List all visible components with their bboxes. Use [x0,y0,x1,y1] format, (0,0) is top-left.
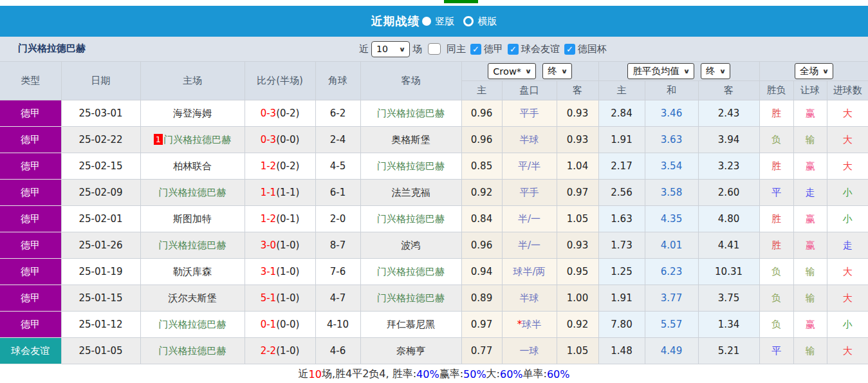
footer-text-segment: 单率: [523,368,547,381]
handicap-text: 一球 [520,345,539,357]
score-cell: 0-3(0-2) [245,100,315,127]
same-home-label: 同主 [447,43,466,55]
horizontal-layout-label[interactable]: 横版 [478,15,497,28]
result-goals-cell: 大 [827,100,868,127]
away-team-name: 门兴格拉德巴赫 [377,292,445,304]
home-team-cell: 门兴格拉德巴赫 [140,312,245,338]
avg-home-cell: 1.63 [598,206,645,232]
scope-select[interactable]: 全场∨ [795,63,833,79]
handicap-cell: 半球 [502,127,557,153]
odds-time-select-1[interactable]: 终∨ [542,63,572,79]
odds-time-select-2[interactable]: 终∨ [701,63,730,79]
col-header-home: 主场 [140,62,245,100]
league-label-cup: 德国杯 [578,43,607,55]
handicap-text: 半球 [520,134,539,145]
home-team-cell: 海登海姆 [140,100,245,127]
sub-header-avg-away: 客 [698,81,759,100]
result-goals-cell: 大 [827,153,868,180]
away-odds-cell: 1.00 [557,285,598,312]
type-cell: 球会友谊 [0,338,61,364]
handicap-cell: 半/一 [502,232,557,259]
away-team-cell: 门兴格拉德巴赫 [360,259,461,285]
handicap-text: 球半/两 [513,266,545,277]
away-odds-cell: 1.05 [557,338,598,364]
section-title: 近期战绩 [371,14,420,29]
home-odds-cell: 0.85 [461,153,502,180]
home-team-name: 勒沃库森 [173,266,212,277]
result-handicap-cell: 赢 [793,232,827,259]
full-time-score: 3-0 [261,239,277,251]
avg-away-cell: 5.21 [698,338,759,364]
result-wdl-cell: 负 [759,259,793,285]
vertical-layout-radio[interactable] [422,17,431,26]
home-team-name: 沃尔夫斯堡 [169,292,217,304]
score-cell: 2-2(1-0) [245,338,315,364]
result-wdl-cell: 胜 [759,153,793,180]
horizontal-layout-radio[interactable] [463,16,474,26]
away-team-cell: 门兴格拉德巴赫 [360,100,461,127]
col-header-score: 比分(半场) [245,62,315,100]
avg-draw-cell: 5.57 [645,312,698,338]
league-checkbox-friendly[interactable]: ✓ [508,44,519,55]
avg-home-cell: 1.91 [598,285,645,312]
half-time-score: (1-0) [276,345,299,357]
half-time-score: (0-0) [276,134,299,145]
chevron-down-icon: ∨ [525,68,532,75]
avg-away-cell: 10.31 [698,259,759,285]
avg-away-cell: 4.80 [698,206,759,232]
sub-header-avg-draw: 和 [645,81,698,100]
result-handicap-cell: 输 [793,259,827,285]
away-team-name: 奈梅亨 [396,345,425,357]
type-cell: 德甲 [0,180,61,206]
active-tab-indicator [444,0,478,3]
result-goals-cell: 大 [827,127,868,153]
away-team-cell: 拜仁慕尼黑 [360,312,461,338]
footer-text-segment: 赢率: [439,368,463,381]
away-odds-cell: 1.05 [557,206,598,232]
home-odds-cell: 0.77 [461,338,502,364]
result-wdl-cell: 平 [759,180,793,206]
away-team-name: 门兴格拉德巴赫 [377,160,445,172]
avg-draw-cell: 3.58 [645,180,698,206]
match-count-select[interactable]: 10∨ [371,41,410,57]
league-checkbox-cup[interactable]: ✓ [564,44,575,55]
footer-text-segment: 60% [500,368,523,380]
corner-cell: 4-7 [315,285,360,312]
league-label-friendly: 球会友谊 [521,43,560,55]
full-time-score: 2-2 [261,345,277,357]
same-home-checkbox[interactable] [428,43,441,55]
date-cell: 25-01-26 [61,232,140,259]
table-row: 德甲25-02-221门兴格拉德巴赫0-3(0-0)2-4奥格斯堡0.96半球0… [0,127,868,153]
col-header-away: 客场 [360,62,461,100]
away-team-cell: 门兴格拉德巴赫 [360,285,461,312]
handicap-cell: *球半 [502,312,557,338]
home-team-name: 门兴格拉德巴赫 [163,134,231,145]
odds-company-select[interactable]: Crow*∨ [488,63,536,79]
handicap-text: 球半 [522,319,541,330]
avg-type-select[interactable]: 胜平负均值∨ [627,63,694,79]
score-cell: 3-0(1-0) [245,232,315,259]
avg-away-cell: 2.60 [698,180,759,206]
date-cell: 25-03-01 [61,100,140,127]
half-time-score: (1-1) [276,187,299,198]
avg-draw-cell: 3.46 [645,100,698,127]
type-cell: 德甲 [0,285,61,312]
handicap-cell: 平/半 [502,153,557,180]
avg-away-cell: 2.43 [698,100,759,127]
footer-text-segment: 近 [299,368,309,381]
corner-cell: 2-4 [315,127,360,153]
away-team-cell: 奈梅亨 [360,338,461,364]
league-checkbox-bundesliga[interactable]: ✓ [470,44,481,55]
footer-text-segment: 60% [547,368,570,380]
avg-home-cell: 1.48 [598,338,645,364]
avg-home-cell: 1.73 [598,232,645,259]
results-table: 类型 日期 主场 比分(半场) 角球 客场 Crow*∨ 终∨ 胜平负均值∨ 终… [0,61,868,364]
date-cell: 25-02-01 [61,206,140,232]
result-wdl-cell: 负 [759,127,793,153]
vertical-layout-label[interactable]: 竖版 [436,15,455,28]
chevron-down-icon: ∨ [719,68,726,75]
result-handicap-cell: 赢 [793,153,827,180]
home-team-cell: 沃尔夫斯堡 [140,285,245,312]
away-team-cell: 法兰克福 [360,180,461,206]
table-row: 德甲25-01-26门兴格拉德巴赫3-0(1-0)8-7波鸿0.96半/一0.9… [0,232,868,259]
